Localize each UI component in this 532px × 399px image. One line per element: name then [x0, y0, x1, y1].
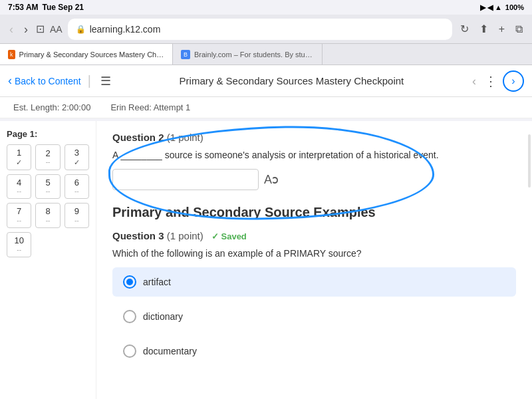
browser-bar: ‹ › ⊡ AA 🔒 learning.k12.com ↻ ⬆ + ⧉	[0, 15, 532, 44]
main-container: Page 1: 1 ✓ 2 -- 3 ✓ 4 -- 5 --	[0, 121, 532, 399]
tab-brainly-label: Brainly.com – For students. By students.	[194, 51, 314, 59]
page-btn-8[interactable]: 8 --	[35, 203, 60, 228]
date: Tue Sep 21	[43, 3, 84, 12]
wifi-icon: ▶ ◀ ▲	[480, 3, 502, 12]
app-toolbar: ‹ Back to Content | ☰ Primary & Secondar…	[0, 65, 532, 97]
battery: 100%	[505, 3, 524, 11]
q3-header: Question 3 (1 point) ✓ Saved	[112, 230, 516, 241]
page-label: Page 1:	[7, 129, 89, 139]
tab-k12-label: Primary & Secondary Sources Mastery Chec…	[19, 51, 164, 59]
more-options-button[interactable]: ⋮	[484, 73, 497, 89]
q3-saved-badge: ✓ Saved	[211, 231, 247, 241]
back-button[interactable]: ‹	[7, 22, 16, 37]
question-3-block: Question 3 (1 point) ✓ Saved Which of th…	[112, 230, 516, 366]
address-bar[interactable]: 🔒 learning.k12.com	[68, 19, 452, 40]
est-length: Est. Length: 2:00:00	[13, 102, 90, 112]
q2-input-row: Aↄ	[112, 169, 516, 190]
toolbar-title: Primary & Secondary Sources Mastery Chec…	[119, 75, 464, 86]
meta-bar: Est. Length: 2:00:00 Erin Reed: Attempt …	[0, 97, 532, 118]
lock-icon: 🔒	[76, 25, 86, 34]
tab-k12[interactable]: k Primary & Secondary Sources Mastery Ch…	[0, 44, 173, 65]
page-btn-9[interactable]: 9 --	[65, 203, 89, 228]
q3-option-documentary[interactable]: documentary	[112, 336, 516, 366]
sidebar: Page 1: 1 ✓ 2 -- 3 ✓ 4 -- 5 --	[0, 121, 96, 399]
page-btn-7[interactable]: 7 --	[7, 203, 31, 228]
page-btn-6[interactable]: 6 --	[65, 174, 89, 200]
page-btn-2[interactable]: 2 --	[35, 144, 60, 170]
q3-text: Which of the following is an example of …	[112, 247, 516, 261]
q3-option-artifact-label: artifact	[143, 277, 171, 287]
question-2-block: Question 2 (1 point) A ________ source i…	[112, 132, 516, 190]
back-label: Back to Content	[15, 76, 81, 86]
q3-option-documentary-label: documentary	[143, 346, 197, 356]
q2-label: Question 2	[112, 132, 164, 143]
q3-option-dictionary[interactable]: dictionary	[112, 302, 516, 331]
page-btn-5[interactable]: 5 --	[35, 174, 60, 200]
q3-label: Question 3	[112, 230, 164, 241]
q3-points: (1 point)	[167, 230, 203, 241]
page-grid: 1 ✓ 2 -- 3 ✓ 4 -- 5 -- 6 --	[7, 144, 89, 257]
tabs-button[interactable]: ⧉	[513, 23, 525, 36]
q2-text: A ________ source is someone's analysis …	[112, 148, 516, 162]
page-btn-1[interactable]: 1 ✓	[7, 144, 31, 170]
back-chevron-icon: ‹	[8, 74, 12, 88]
q2-header: Question 2 (1 point)	[112, 132, 516, 143]
separator-icon: |	[88, 73, 91, 88]
aa-label: AA	[50, 24, 63, 35]
spell-check-icon: Aↄ	[264, 172, 279, 187]
radio-dictionary-icon	[123, 310, 136, 323]
new-tab-button[interactable]: +	[496, 23, 507, 36]
status-bar: 7:53 AM Tue Sep 21 ▶ ◀ ▲ 100%	[0, 0, 532, 15]
time: 7:53 AM	[8, 3, 39, 12]
q3-option-dictionary-label: dictionary	[143, 311, 183, 322]
share-button[interactable]: ⬆	[477, 23, 491, 36]
q2-answer-input[interactable]	[112, 169, 259, 190]
forward-button[interactable]: ›	[21, 22, 31, 37]
hamburger-button[interactable]: ☰	[98, 71, 114, 91]
radio-artifact-icon	[123, 275, 136, 289]
url-text: learning.k12.com	[90, 24, 161, 35]
back-to-content-button[interactable]: ‹ Back to Content	[8, 74, 81, 88]
tab-bar: k Primary & Secondary Sources Mastery Ch…	[0, 44, 532, 65]
reader-icon: ⊡	[36, 23, 45, 35]
q3-option-artifact[interactable]: artifact	[112, 267, 516, 297]
tab-brainly[interactable]: B Brainly.com – For students. By student…	[173, 44, 323, 65]
questions-area: Question 2 (1 point) A ________ source i…	[96, 121, 532, 399]
section-heading: Primary and Secondary Source Examples	[112, 203, 516, 221]
student-attempt: Erin Reed: Attempt 1	[110, 102, 190, 112]
page-btn-3[interactable]: 3 ✓	[65, 144, 89, 170]
prev-page-button[interactable]: ‹	[469, 74, 479, 88]
scrollbar[interactable]	[528, 134, 531, 188]
q2-points: (1 point)	[167, 132, 203, 143]
page-btn-10[interactable]: 10 --	[7, 232, 31, 257]
reload-button[interactable]: ↻	[458, 23, 471, 36]
radio-documentary-icon	[123, 344, 136, 358]
next-page-button[interactable]: ›	[503, 70, 524, 92]
brainly-favicon: B	[181, 50, 190, 59]
page-btn-4[interactable]: 4 --	[7, 174, 31, 200]
k12-favicon: k	[8, 50, 15, 59]
